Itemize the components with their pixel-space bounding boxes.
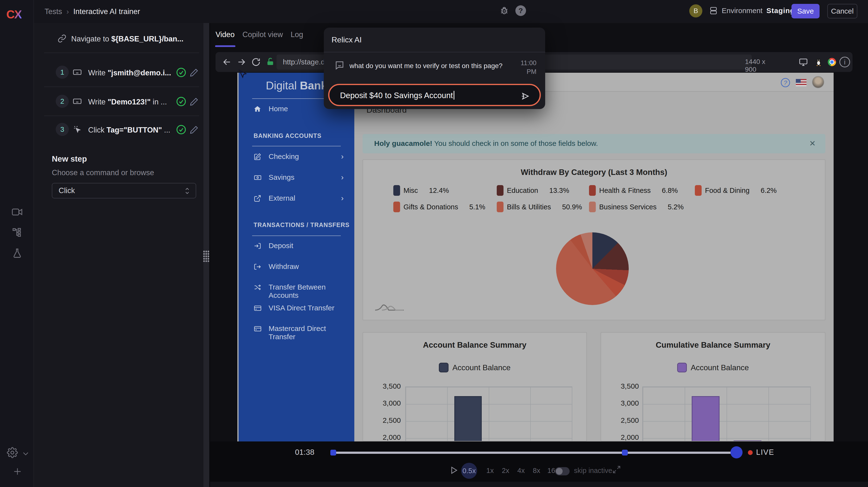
tab-video[interactable]: Video <box>216 30 235 39</box>
legend-item[interactable]: Misc12.4% <box>393 185 449 196</box>
bank-nav-home-label: Home <box>269 105 288 113</box>
chrome-browser-icon[interactable] <box>828 58 836 66</box>
video-camera-icon[interactable] <box>11 207 23 218</box>
monitor-icon[interactable] <box>799 57 808 67</box>
user-avatar[interactable]: B <box>689 4 702 18</box>
logo-letter-x: X <box>14 8 22 21</box>
legend-swatch <box>393 185 400 196</box>
play-icon[interactable] <box>449 466 458 475</box>
active-tab-indicator <box>215 45 236 47</box>
bank-nav-withdraw[interactable]: Withdraw <box>239 262 354 274</box>
bank-divider <box>252 236 341 236</box>
info-icon[interactable]: i <box>839 57 850 67</box>
panel-resize-grip[interactable] <box>203 250 210 262</box>
navigate-step-target: ${BASE_URL}/ban... <box>111 35 183 43</box>
skip-inactive-toggle[interactable] <box>555 467 569 475</box>
bank-section-transactions: TRANSACTIONS / TRANSFERS <box>254 221 349 229</box>
legend-item[interactable]: Business Services5.2% <box>589 202 684 212</box>
legend-item[interactable]: Gifts & Donations5.1% <box>393 202 485 212</box>
step-1-edit-icon[interactable] <box>189 68 198 77</box>
video-frame[interactable]: Digital Bank Home BANKING ACCOUNTS Check… <box>237 73 834 442</box>
step-2-label[interactable]: Write "Demo123!" in ... <box>88 98 167 106</box>
bar-account-balance[interactable] <box>454 396 482 442</box>
command-select-value: Click <box>59 186 75 195</box>
legend-item[interactable]: Bills & Utilities50.9% <box>497 202 582 212</box>
legend-label: Misc <box>403 187 418 194</box>
progress-marker[interactable] <box>622 450 628 456</box>
tab-copilot-view[interactable]: Copilot view <box>242 30 283 39</box>
cumulative-balance-card: Cumulative Balance Summary Account Balan… <box>600 332 826 442</box>
step-1-label[interactable]: Write "jsmith@demo.i... <box>88 68 171 77</box>
speed-0-5x-button[interactable]: 0.5x <box>461 463 477 479</box>
help-icon[interactable]: ? <box>516 5 526 16</box>
environment-selector[interactable]: Environment Staging <box>709 6 795 15</box>
bug-icon[interactable] <box>499 5 509 16</box>
send-icon[interactable] <box>520 91 530 101</box>
step-2-edit-icon[interactable] <box>189 97 198 106</box>
speed-4x-button[interactable]: 4x <box>517 467 525 475</box>
bank-nav-external[interactable]: External › <box>239 193 354 205</box>
sitemap-icon[interactable] <box>11 227 23 238</box>
environment-value: Staging <box>766 6 795 15</box>
legend-swatch <box>497 185 503 196</box>
withdraw-category-card: Withdraw By Category (Last 3 Months) Mis… <box>363 159 826 320</box>
bank-help-icon[interactable]: ? <box>781 78 790 87</box>
bar-chart-legend[interactable]: Account Balance <box>601 363 825 372</box>
legend-label: Business Services <box>599 203 657 211</box>
us-flag-icon[interactable] <box>796 79 806 86</box>
bank-nav-deposit-label: Deposit <box>269 242 293 250</box>
bar-cumulative-balance-1[interactable] <box>692 396 719 442</box>
bank-nav-mastercard-transfer[interactable]: Mastercard Direct Transfer <box>239 324 354 336</box>
bank-nav-checking-label: Checking <box>269 152 299 161</box>
bank-nav-visa-transfer[interactable]: VISA Direct Transfer <box>239 303 354 315</box>
legend-swatch <box>677 363 687 372</box>
legend-label: Education <box>507 187 538 194</box>
legend-item[interactable]: Food & Dining6.2% <box>695 185 777 196</box>
save-button[interactable]: Save <box>792 4 819 19</box>
command-select[interactable]: Click <box>52 183 196 199</box>
bar-chart-legend[interactable]: Account Balance <box>363 363 586 372</box>
bank-user-avatar[interactable] <box>812 76 824 88</box>
cancel-button[interactable]: Cancel <box>827 4 857 19</box>
add-icon[interactable] <box>12 467 22 476</box>
left-rail: CX <box>0 0 34 487</box>
prompt-input[interactable]: Deposit $40 to Savings Account <box>328 84 541 106</box>
fullscreen-icon[interactable] <box>612 465 621 474</box>
timestamp-hour: 11:00 <box>521 59 536 67</box>
keyboard-icon <box>73 68 82 77</box>
step-3-label[interactable]: Click Tag="BUTTON" ... <box>88 126 170 134</box>
breadcrumb-tests[interactable]: Tests <box>44 7 62 16</box>
cx-logo[interactable]: CX <box>6 8 22 21</box>
tab-log[interactable]: Log <box>290 30 303 39</box>
bank-nav-checking[interactable]: Checking › <box>239 151 354 163</box>
legend-item[interactable]: Health & Fitness6.8% <box>589 185 678 196</box>
refresh-icon[interactable] <box>251 57 260 67</box>
bank-nav-transfer[interactable]: Transfer Between Accounts <box>239 282 354 294</box>
flask-icon[interactable] <box>11 248 23 259</box>
linux-penguin-icon[interactable] <box>814 57 824 67</box>
legend-value: 13.3% <box>549 187 569 194</box>
navigate-step[interactable]: Navigate to ${BASE_URL}/ban... <box>71 35 183 43</box>
step-3-edit-icon[interactable] <box>189 125 198 134</box>
chevron-down-icon[interactable] <box>22 450 30 457</box>
skip-inactive-label: skip inactive <box>574 467 612 475</box>
relicx-ai-dialog: Relicx AI what do you want me to verify … <box>324 28 545 109</box>
bank-nav-savings[interactable]: Savings › <box>239 172 354 184</box>
gear-icon[interactable] <box>7 447 18 458</box>
progress-handle[interactable] <box>731 446 743 458</box>
speed-8x-button[interactable]: 8x <box>533 467 540 475</box>
alert-banner: Holy guacamole! You should check in on s… <box>363 134 826 153</box>
progress-track[interactable] <box>330 452 740 454</box>
pie-chart-title: Withdraw By Category (Last 3 Months) <box>363 168 825 177</box>
bank-nav-deposit[interactable]: Deposit <box>239 241 354 253</box>
back-icon[interactable] <box>222 57 231 67</box>
speed-1x-button[interactable]: 1x <box>486 467 494 475</box>
speed-2x-button[interactable]: 2x <box>502 467 509 475</box>
alert-close-icon[interactable]: ✕ <box>809 139 816 148</box>
progress-marker-start[interactable] <box>330 450 336 456</box>
legend-item[interactable]: Education13.3% <box>497 185 569 196</box>
message-timestamp: 11:00 PM <box>521 59 536 76</box>
y-axis-tick: 3,500 <box>605 382 639 390</box>
bank-brand-bold: Bank <box>300 79 327 92</box>
forward-icon[interactable] <box>237 57 246 67</box>
